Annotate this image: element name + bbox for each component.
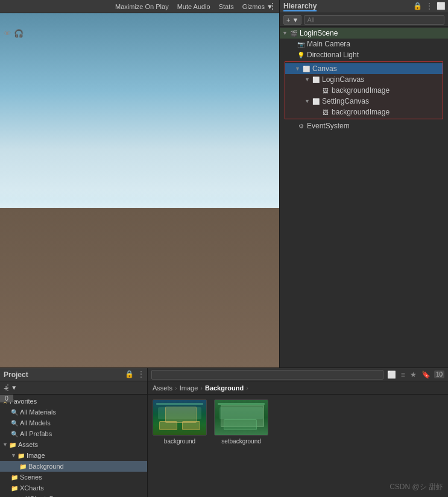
scene-sky — [0, 13, 279, 208]
hierarchy-item-event-system[interactable]: ⚙ EventSystem — [280, 120, 448, 131]
hierarchy-title: Hierarchy — [283, 2, 317, 11]
favorites-label: Favorites — [10, 398, 37, 405]
all-prefabs-label: All Prefabs — [20, 430, 52, 437]
scene-canvas: 👁 🎧 — [0, 13, 279, 367]
expand-icon[interactable]: ⬜ — [437, 2, 446, 10]
scene-toolbar-right: Maximize On Play Mute Audio Stats Gizmos… — [113, 2, 276, 11]
hierarchy-search[interactable] — [304, 15, 444, 25]
more-icon[interactable]: ⋮ — [426, 2, 433, 10]
scene-dots-menu[interactable]: ⋮ — [268, 1, 277, 11]
maximize-on-play-button[interactable]: Maximize On Play — [113, 2, 171, 11]
login-canvas-icon: ⬜ — [312, 75, 320, 84]
all-models-label: All Models — [20, 419, 51, 427]
breadcrumb-background[interactable]: Background — [205, 384, 244, 392]
background-label: Background — [28, 463, 64, 470]
scene-label: LoginScene — [300, 29, 338, 37]
eye-icon[interactable]: 👁 — [4, 29, 11, 38]
breadcrumb-assets[interactable]: Assets — [153, 384, 172, 392]
scene-horizon — [0, 190, 279, 208]
hierarchy-item-login-canvas[interactable]: ▼ ⬜ LoginCanvas — [285, 74, 443, 85]
assets-folder-icon: 📁 — [9, 442, 16, 448]
xcharts-label: XCharts — [20, 484, 44, 492]
asset-item-setbackground[interactable]: setbackground — [214, 399, 268, 445]
camera-icon: 📷 — [297, 40, 305, 48]
login-canvas-expand: ▼ — [304, 77, 312, 83]
assets-search-input[interactable] — [151, 370, 383, 380]
breadcrumb-image[interactable]: Image — [180, 384, 198, 392]
assets-header: ⬜ ≡ ★ 🔖 10 — [148, 368, 448, 381]
directional-light-label: Directional Light — [307, 51, 359, 59]
mute-audio-button[interactable]: Mute Audio — [175, 2, 213, 11]
bg-image-2-label: backgroundImage — [332, 108, 390, 116]
scene-eye-icons: 👁 🎧 — [4, 29, 24, 38]
setbackground-thumbnail — [214, 399, 268, 436]
hierarchy-add-button[interactable]: + ▼ — [283, 15, 301, 25]
assets-list-icon[interactable]: ≡ — [400, 370, 406, 380]
assets-favorite-icon[interactable]: 🔖 — [420, 370, 432, 380]
hierarchy-header: Hierarchy 🔒 ⋮ ⬜ — [280, 0, 448, 13]
xcharts-folder-icon: 📁 — [11, 485, 18, 492]
all-materials-search-icon: 🔍 — [11, 409, 18, 416]
hierarchy-item-directional-light[interactable]: 💡 Directional Light — [280, 49, 448, 60]
project-more-icon[interactable]: ⋮ — [137, 370, 145, 378]
project-lock-icon[interactable]: 🔒 — [125, 370, 134, 378]
background-folder-icon: 📁 — [19, 463, 27, 470]
hierarchy-scene-root[interactable]: ▼ 🎬 LoginScene — [280, 28, 448, 39]
canvas-label: Canvas — [312, 64, 337, 73]
hierarchy-item-bg-image-2[interactable]: 🖼 backgroundImage — [285, 107, 443, 117]
breadcrumb: Assets › Image › Background › — [148, 381, 448, 395]
tree-item-background[interactable]: 📁 Background — [0, 461, 147, 472]
login-canvas-label: LoginCanvas — [322, 75, 364, 84]
image-expand-icon: ▼ — [11, 452, 16, 458]
background-thumbnail — [153, 399, 207, 436]
eventsystem-icon: ⚙ — [297, 122, 305, 130]
hierarchy-content: ▼ 🎬 LoginScene 📷 Main Camera 💡 Direction… — [280, 27, 448, 367]
setbackground-label: setbackground — [221, 438, 261, 445]
left-dots-bottom[interactable]: ⋮ — [4, 383, 12, 392]
tree-item-favorites[interactable]: ★ Favorites — [0, 396, 147, 407]
tree-item-xchartsdemo[interactable]: ▶ 📁 XChartsDemо — [0, 493, 147, 497]
scene-ground — [0, 208, 279, 367]
bg-image-1-label: backgroundImage — [332, 86, 390, 95]
tree-item-image[interactable]: ▼ 📁 Image — [0, 450, 147, 461]
tree-item-all-prefabs[interactable]: 🔍 All Prefabs — [0, 428, 147, 439]
tree-item-scenes[interactable]: 📁 Scenes — [0, 472, 147, 483]
eventsystem-label: EventSystem — [307, 122, 350, 130]
image-label: Image — [27, 452, 45, 459]
hierarchy-item-bg-image-1[interactable]: 🖼 backgroundImage — [285, 85, 443, 96]
bg2-icon: 🖼 — [321, 108, 330, 116]
hierarchy-item-main-camera[interactable]: 📷 Main Camera — [280, 39, 448, 49]
setting-canvas-icon: ⬜ — [312, 97, 320, 105]
background-thumb-preview — [153, 400, 206, 435]
watermark: CSDN @シ 甜虾 — [390, 482, 443, 492]
breadcrumb-sep-2: › — [200, 384, 203, 392]
assets-content: ⬜ ≡ ★ 🔖 10 Assets › Image › Background › — [148, 368, 448, 497]
canvas-icon: ⬜ — [302, 64, 311, 73]
asset-item-background[interactable]: background — [153, 399, 207, 445]
hierarchy-toolbar: + ▼ — [280, 13, 448, 27]
project-title: Project — [4, 370, 28, 379]
tree-item-assets[interactable]: ▼ 📁 Assets — [0, 439, 147, 450]
lock-icon[interactable]: 🔒 — [413, 2, 422, 10]
assets-thumbnail-icon[interactable]: ⬜ — [386, 370, 397, 380]
tree-item-all-models[interactable]: 🔍 All Models — [0, 417, 147, 428]
all-models-search-icon: 🔍 — [11, 420, 18, 427]
hierarchy-item-canvas[interactable]: ▼ ⬜ Canvas — [285, 63, 443, 74]
scene-icon: 🎬 — [289, 29, 298, 37]
light-icon: 💡 — [297, 51, 305, 59]
all-materials-label: All Materials — [20, 408, 56, 416]
stats-button[interactable]: Stats — [216, 2, 236, 11]
background-label: background — [164, 438, 195, 445]
tree-item-xcharts[interactable]: 📁 XCharts — [0, 483, 147, 493]
ear-icon[interactable]: 🎧 — [14, 29, 24, 38]
assets-star-icon[interactable]: ★ — [409, 370, 418, 380]
scene-toolbar: Maximize On Play Mute Audio Stats Gizmos… — [0, 0, 279, 13]
image-folder-icon: 📁 — [17, 452, 25, 459]
project-toolbar: + ▼ — [0, 381, 147, 395]
scenes-label: Scenes — [20, 474, 42, 481]
hierarchy-panel: Hierarchy 🔒 ⋮ ⬜ + ▼ ▼ 🎬 LoginScene 📷 Mai — [279, 0, 448, 367]
scene-expand-arrow: ▼ — [282, 30, 289, 36]
project-tree: ★ Favorites 🔍 All Materials 🔍 All Models… — [0, 395, 147, 497]
tree-item-all-materials[interactable]: 🔍 All Materials — [0, 407, 147, 417]
hierarchy-item-setting-canvas[interactable]: ▼ ⬜ SettingCanvas — [285, 96, 443, 107]
